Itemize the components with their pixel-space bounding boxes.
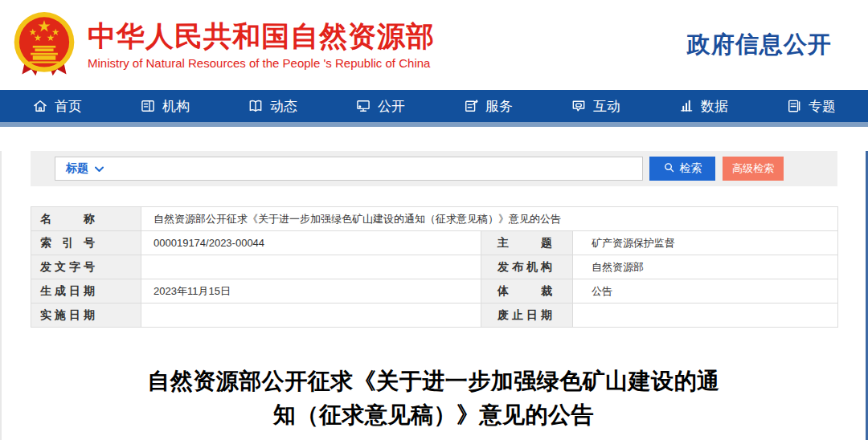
nav-item-services[interactable]: 服务	[463, 97, 513, 116]
nav-item-news[interactable]: 动态	[248, 97, 297, 116]
table-row-effective-repeal: 实施日期 废止日期	[31, 304, 838, 328]
field-value: 自然资源部公开征求《关于进一步加强绿色矿山建设的通知（征求意见稿）》意见的公告	[141, 207, 838, 231]
content-frame: 标题 检索 高级检索	[0, 151, 868, 440]
nav-label: 专题	[809, 97, 836, 116]
document-info-table: 名 称 自然资源部公开征求《关于进一步加强绿色矿山建设的通知（征求意见稿）》意见…	[31, 206, 838, 328]
search-button[interactable]: 检索	[649, 157, 715, 181]
advanced-search-button[interactable]: 高级检索	[723, 157, 784, 181]
field-value: 2023年11月15日	[141, 279, 481, 304]
document-pen-icon	[463, 98, 479, 114]
chat-bubble-icon	[571, 98, 587, 114]
document-title-line-2: 知（征求意见稿）》意见的公告	[273, 402, 594, 427]
page: 中华人民共和国自然资源部 Ministry of Natural Resourc…	[0, 0, 868, 440]
table-row-index-topic: 索 引 号 000019174/2023-00044 主 题 矿产资源保护监督	[31, 231, 838, 255]
open-book-icon	[248, 98, 264, 114]
search-button-label: 检索	[680, 161, 702, 176]
nav-label: 动态	[270, 97, 297, 116]
nav-label: 数据	[701, 97, 728, 116]
home-icon	[32, 98, 48, 114]
field-label: 索 引 号	[31, 231, 141, 255]
field-label: 体 裁	[481, 279, 573, 304]
magnifier-icon	[663, 161, 675, 176]
nav-item-organization[interactable]: 机构	[140, 97, 190, 116]
field-value	[573, 304, 838, 328]
nav-item-home[interactable]: 首页	[32, 97, 82, 116]
china-national-emblem-icon	[12, 10, 76, 80]
nav-item-interaction[interactable]: 互动	[571, 97, 620, 116]
document-title: 自然资源部公开征求《关于进一步加强绿色矿山建设的通 知（征求意见稿）》意见的公告	[2, 365, 866, 432]
site-title: 中华人民共和国自然资源部	[88, 20, 435, 52]
search-bar: 标题 检索 高级检索	[31, 151, 837, 186]
site-subtitle: Ministry of Natural Resources of the Peo…	[88, 56, 435, 70]
nav-label: 机构	[162, 97, 190, 116]
field-value: 公告	[573, 279, 838, 304]
table-row-date-genre: 生成日期 2023年11月15日 体 裁 公告	[31, 279, 838, 304]
search-input-wrap: 标题	[55, 157, 643, 181]
field-label: 主 题	[481, 231, 573, 255]
nav-item-data[interactable]: 数据	[678, 97, 728, 116]
field-label: 实施日期	[31, 304, 141, 328]
nav-label: 公开	[378, 97, 405, 116]
section-title: 政府信息公开	[687, 29, 832, 61]
nav-label: 互动	[593, 97, 620, 116]
main-nav: 首页 机构 动态 公开	[0, 90, 868, 122]
chevron-down-icon	[95, 162, 104, 175]
site-header: 中华人民共和国自然资源部 Ministry of Natural Resourc…	[0, 0, 868, 90]
nav-item-topics[interactable]: 专题	[786, 97, 836, 116]
nav-label: 服务	[485, 97, 513, 116]
monitor-icon	[355, 98, 371, 114]
search-field-selector[interactable]: 标题	[55, 161, 114, 176]
table-row-docnum-agency: 发文字号 发布机构 自然资源部	[31, 255, 838, 279]
field-value	[141, 304, 481, 328]
field-label: 废止日期	[481, 304, 573, 328]
site-logo-link[interactable]: 中华人民共和国自然资源部 Ministry of Natural Resourc…	[12, 10, 435, 80]
document-title-line-1: 自然资源部公开征求《关于进一步加强绿色矿山建设的通	[147, 369, 720, 393]
nav-item-disclosure[interactable]: 公开	[355, 97, 405, 116]
nav-label: 首页	[55, 97, 82, 116]
field-label: 发布机构	[481, 255, 573, 279]
journal-icon	[786, 98, 802, 114]
field-label: 生成日期	[31, 279, 141, 304]
bar-chart-icon	[678, 98, 694, 114]
organization-icon	[140, 98, 156, 114]
field-label: 名 称	[31, 207, 141, 231]
field-value	[141, 255, 481, 279]
table-row-name: 名 称 自然资源部公开征求《关于进一步加强绿色矿山建设的通知（征求意见稿）》意见…	[31, 207, 838, 231]
field-label: 发文字号	[31, 255, 141, 279]
brand-text: 中华人民共和国自然资源部 Ministry of Natural Resourc…	[88, 20, 435, 70]
search-input[interactable]	[114, 157, 642, 180]
search-field-label: 标题	[66, 161, 88, 176]
field-value: 自然资源部	[573, 255, 838, 279]
field-value: 矿产资源保护监督	[573, 231, 838, 255]
field-value: 000019174/2023-00044	[141, 231, 481, 255]
nav-bottom-strip	[0, 122, 868, 127]
